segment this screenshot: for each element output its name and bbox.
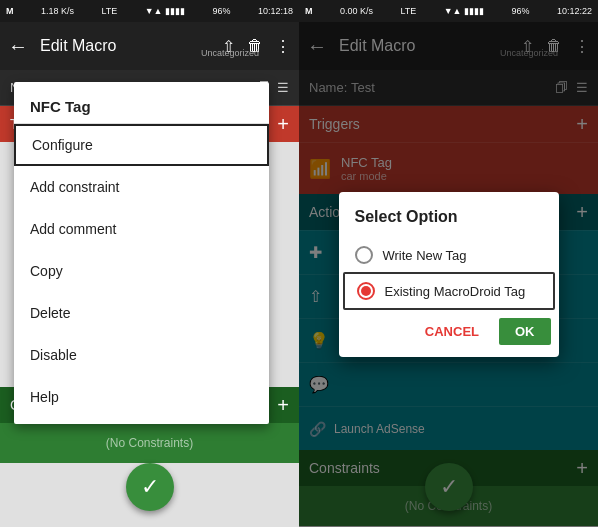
left-time: 10:12:18	[258, 6, 293, 16]
dialog-ok-button[interactable]: OK	[499, 318, 551, 345]
right-network: LTE	[400, 6, 416, 16]
existing-tag-label: Existing MacroDroid Tag	[385, 284, 526, 299]
right-panel: ← Edit Macro ⇧ 🗑 ⋮ Uncategorized Name: T…	[299, 22, 598, 527]
right-battery: 96%	[511, 6, 529, 16]
right-signal: ▼▲ ▮▮▮▮	[444, 6, 484, 16]
right-speed: 0.00 K/s	[340, 6, 373, 16]
left-app-icon: M	[6, 6, 14, 16]
dialog-title: Select Option	[339, 208, 559, 238]
left-back-button[interactable]: ←	[8, 35, 28, 58]
dialog-option-write-new-tag[interactable]: Write New Tag	[339, 238, 559, 272]
dialog-option-existing-tag[interactable]: Existing MacroDroid Tag	[343, 272, 555, 310]
left-no-constraints: (No Constraints)	[0, 423, 299, 463]
context-menu-configure[interactable]: Configure	[14, 124, 269, 166]
left-network: LTE	[101, 6, 117, 16]
list-icon[interactable]: ☰	[277, 80, 289, 95]
status-bar: M 1.18 K/s LTE ▼▲ ▮▮▮▮ 96% 10:12:18 M 0.…	[0, 0, 598, 22]
left-speed: 1.18 K/s	[41, 6, 74, 16]
left-battery: 96%	[212, 6, 230, 16]
radio-write-new	[355, 246, 373, 264]
left-triggers-add[interactable]: +	[277, 113, 289, 136]
left-panel: ← Edit Macro ⇧ 🗑 ⋮ Uncategorized Name: T…	[0, 22, 299, 527]
context-menu-disable[interactable]: Disable	[14, 334, 269, 376]
left-constraints-add[interactable]: +	[277, 394, 289, 417]
dialog-overlay: Select Option Write New Tag Existing Mac…	[299, 22, 598, 527]
select-option-dialog: Select Option Write New Tag Existing Mac…	[339, 192, 559, 357]
status-bar-left: M 1.18 K/s LTE ▼▲ ▮▮▮▮ 96% 10:12:18	[0, 0, 299, 22]
left-top-bar: ← Edit Macro ⇧ 🗑 ⋮ Uncategorized	[0, 22, 299, 70]
left-subcategory: Uncategorized	[201, 48, 259, 58]
radio-existing	[357, 282, 375, 300]
context-menu: NFC Tag Configure Add constraint Add com…	[14, 82, 269, 424]
right-time: 10:12:22	[557, 6, 592, 16]
context-menu-delete[interactable]: Delete	[14, 292, 269, 334]
context-menu-add-constraint[interactable]: Add constraint	[14, 166, 269, 208]
status-bar-right: M 0.00 K/s LTE ▼▲ ▮▮▮▮ 96% 10:12:22	[299, 0, 598, 22]
panels: ← Edit Macro ⇧ 🗑 ⋮ Uncategorized Name: T…	[0, 0, 598, 527]
dialog-cancel-button[interactable]: CANCEL	[413, 318, 491, 345]
context-menu-title: NFC Tag	[14, 88, 269, 123]
radio-inner-dot	[361, 286, 371, 296]
right-app-icon: M	[305, 6, 313, 16]
left-top-bar-title: Edit Macro	[40, 37, 222, 55]
more-icon[interactable]: ⋮	[275, 37, 291, 56]
write-new-tag-label: Write New Tag	[383, 248, 467, 263]
dialog-buttons: CANCEL OK	[339, 310, 559, 349]
left-signal: ▼▲ ▮▮▮▮	[145, 6, 185, 16]
context-menu-add-comment[interactable]: Add comment	[14, 208, 269, 250]
context-menu-help[interactable]: Help	[14, 376, 269, 418]
context-menu-copy[interactable]: Copy	[14, 250, 269, 292]
left-fab-icon: ✓	[141, 474, 159, 500]
left-fab[interactable]: ✓	[126, 463, 174, 511]
